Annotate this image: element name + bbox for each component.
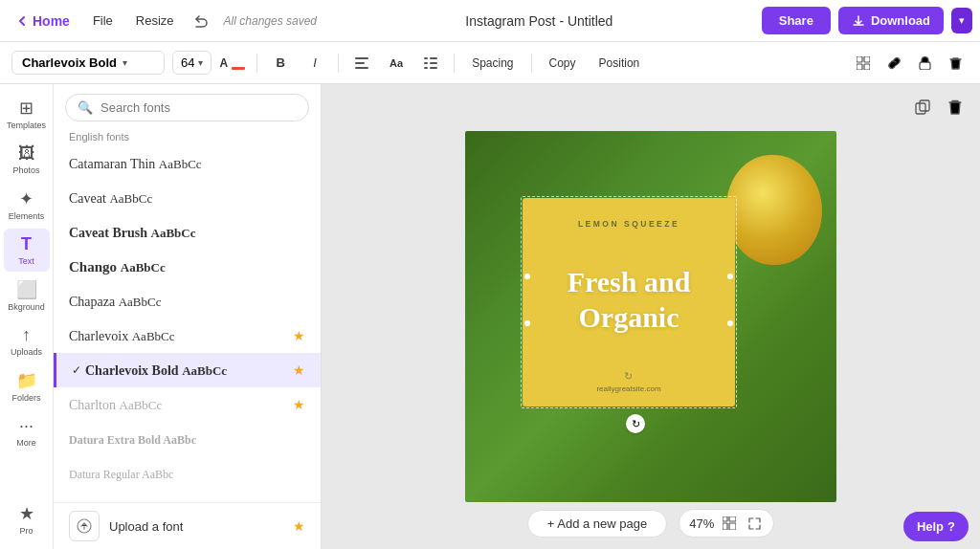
refresh-icon: ↻ bbox=[624, 370, 633, 383]
delete-button[interactable] bbox=[942, 50, 969, 77]
font-star-icon: ★ bbox=[293, 328, 305, 343]
canvas-area: LEMON SQUEEZE Fresh andOrganic ↻ reallyg… bbox=[322, 84, 980, 549]
expand-icon bbox=[748, 517, 761, 530]
svg-rect-16 bbox=[920, 100, 929, 111]
toolbar-right-icons bbox=[850, 50, 969, 77]
copy-button[interactable]: Copy bbox=[542, 53, 584, 74]
text-align-button[interactable] bbox=[348, 50, 375, 77]
svg-rect-3 bbox=[424, 57, 428, 59]
search-input[interactable] bbox=[100, 100, 297, 115]
lock-icon bbox=[919, 56, 931, 70]
toolbar-divider-2 bbox=[338, 54, 339, 73]
font-item-label: Datura Regular AaBbc bbox=[69, 466, 305, 482]
download-chevron-button[interactable]: ▾ bbox=[951, 8, 972, 33]
text-case-button[interactable]: Aa bbox=[383, 50, 410, 77]
font-item-catamaran-thin[interactable]: Catamaran Thin AaBbCc bbox=[54, 146, 321, 181]
font-item-chapaza[interactable]: Chapaza AaBbCc bbox=[54, 284, 321, 318]
sidebar-item-templates[interactable]: ⊞ Templates bbox=[4, 92, 50, 136]
yellow-card[interactable]: LEMON SQUEEZE Fresh andOrganic ↻ reallyg… bbox=[523, 198, 735, 406]
rotate-handle[interactable]: ↻ bbox=[626, 414, 645, 433]
help-button[interactable]: Help ? bbox=[903, 512, 969, 541]
lock-button[interactable] bbox=[911, 50, 938, 77]
card-footer: ↻ reallygreatsite.com bbox=[596, 370, 660, 393]
font-star-icon: ★ bbox=[293, 362, 305, 378]
card-main-text: Fresh andOrganic bbox=[538, 264, 720, 336]
resize-button[interactable]: Resize bbox=[128, 10, 182, 32]
italic-button[interactable]: I bbox=[301, 50, 328, 77]
background-icon: ⬜ bbox=[16, 279, 37, 300]
font-item-charlevoix[interactable]: Charlevoix AaBbCc ★ bbox=[54, 318, 321, 353]
font-item-caveat-brush[interactable]: Caveat Brush AaBbCc bbox=[54, 215, 321, 250]
topbar-right: Share Download ▾ bbox=[762, 7, 972, 34]
file-button[interactable]: File bbox=[85, 10, 121, 32]
grid-button[interactable] bbox=[850, 50, 877, 77]
uploads-icon: ↑ bbox=[22, 325, 31, 345]
color-picker-button[interactable] bbox=[230, 55, 247, 72]
sidebar-item-folders[interactable]: 📁 Folders bbox=[4, 364, 50, 408]
sidebar-item-photos[interactable]: 🖼 Photos bbox=[4, 138, 50, 181]
zoom-controls: 47% bbox=[679, 509, 774, 538]
zoom-level: 47% bbox=[689, 516, 714, 531]
align-icon bbox=[355, 57, 368, 69]
link-button[interactable] bbox=[880, 50, 907, 77]
font-item-charlevoix-bold[interactable]: ✓ Charlevoix Bold AaBbCc ★ bbox=[54, 353, 321, 387]
color-picker-group: A bbox=[219, 55, 247, 72]
svg-rect-18 bbox=[729, 516, 736, 521]
svg-rect-1 bbox=[355, 62, 365, 64]
share-button[interactable]: Share bbox=[762, 7, 831, 34]
svg-rect-13 bbox=[920, 62, 930, 70]
photos-icon: 🖼 bbox=[18, 143, 35, 164]
add-page-button[interactable]: + Add a new page bbox=[527, 510, 667, 538]
download-button[interactable]: Download bbox=[838, 7, 944, 34]
sidebar-item-more[interactable]: ··· More bbox=[4, 410, 50, 453]
position-button[interactable]: Position bbox=[591, 53, 648, 74]
delete-canvas-button[interactable] bbox=[942, 94, 969, 121]
font-item-caveat[interactable]: Caveat AaBbCc bbox=[54, 181, 321, 215]
sidebar-item-background[interactable]: ⬜ Bkground bbox=[4, 274, 50, 318]
download-label: Download bbox=[871, 13, 930, 28]
svg-rect-5 bbox=[424, 62, 428, 64]
fullscreen-icon[interactable] bbox=[745, 514, 764, 533]
upload-font-button[interactable]: Upload a font ★ bbox=[54, 502, 321, 549]
font-item-label: Charlevoix Bold AaBbCc bbox=[85, 362, 293, 379]
font-size-value[interactable]: 64 bbox=[181, 55, 194, 70]
sidebar-item-pro[interactable]: ★ Pro bbox=[4, 497, 50, 541]
help-label: Help bbox=[917, 519, 944, 534]
font-item-datura-regular[interactable]: Datura Regular AaBbc bbox=[54, 456, 321, 491]
document-title: Instagram Post - Untitled bbox=[324, 13, 754, 29]
templates-label: Templates bbox=[7, 121, 46, 130]
duplicate-canvas-button[interactable] bbox=[909, 94, 936, 121]
svg-rect-4 bbox=[430, 57, 437, 59]
design-canvas[interactable]: LEMON SQUEEZE Fresh andOrganic ↻ reallyg… bbox=[465, 131, 836, 502]
text-icon: T bbox=[21, 234, 32, 254]
sidebar-item-uploads[interactable]: ↑ Uploads bbox=[4, 319, 50, 362]
font-panel: 🔍 English fonts Catamaran Thin AaBbCc Ca… bbox=[54, 84, 322, 549]
topbar-left: Home File Resize All changes saved bbox=[8, 10, 317, 33]
spacing-button[interactable]: Spacing bbox=[464, 53, 521, 74]
search-icon: 🔍 bbox=[78, 100, 93, 115]
font-item-datura-thin[interactable]: Datura Thin AaBbc bbox=[54, 491, 321, 498]
font-item-chango[interactable]: Chango AaBbCc bbox=[54, 250, 321, 284]
svg-rect-19 bbox=[723, 523, 727, 530]
list-button[interactable] bbox=[417, 50, 444, 77]
sidebar-item-elements[interactable]: ✦ Elements bbox=[4, 183, 50, 227]
grid-icon bbox=[723, 516, 736, 530]
font-item-label: Caveat Brush AaBbCc bbox=[69, 225, 305, 241]
font-size-chevron[interactable]: ▾ bbox=[198, 57, 203, 68]
grid-view-icon[interactable] bbox=[720, 514, 739, 533]
pro-label: Pro bbox=[19, 526, 33, 536]
font-item-datura-extra[interactable]: Datura Extra Bold AaBbc bbox=[54, 422, 321, 456]
svg-rect-17 bbox=[723, 516, 727, 521]
svg-rect-9 bbox=[857, 56, 862, 62]
font-search-box: 🔍 bbox=[65, 94, 309, 121]
home-button[interactable]: Home bbox=[8, 10, 78, 33]
dot-left-1 bbox=[524, 274, 530, 279]
bold-button[interactable]: B bbox=[267, 50, 294, 77]
link-icon bbox=[887, 56, 902, 70]
sidebar-item-text[interactable]: T Text bbox=[4, 229, 50, 272]
font-item-charlton[interactable]: Charlton AaBbCc ★ bbox=[54, 387, 321, 422]
undo-button[interactable] bbox=[189, 10, 212, 33]
font-selector[interactable]: Charlevoix Bold ▾ bbox=[11, 51, 165, 75]
trash-canvas-icon bbox=[948, 99, 962, 115]
uploads-label: Uploads bbox=[11, 347, 42, 357]
